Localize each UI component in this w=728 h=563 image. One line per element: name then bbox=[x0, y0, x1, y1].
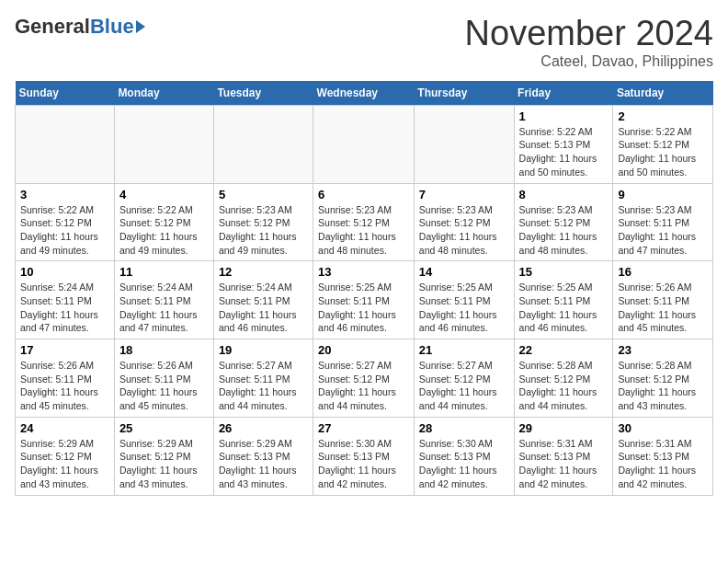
day-info: Sunrise: 5:23 AMSunset: 5:12 PMDaylight:… bbox=[519, 203, 609, 258]
day-number: 17 bbox=[20, 343, 109, 357]
day-cell: 4Sunrise: 5:22 AMSunset: 5:12 PMDaylight… bbox=[114, 183, 213, 261]
day-cell: 20Sunrise: 5:27 AMSunset: 5:12 PMDayligh… bbox=[313, 339, 415, 418]
day-info: Sunrise: 5:23 AMSunset: 5:12 PMDaylight:… bbox=[219, 203, 308, 258]
day-info: Sunrise: 5:27 AMSunset: 5:11 PMDaylight:… bbox=[219, 359, 308, 413]
day-number: 5 bbox=[219, 188, 308, 201]
day-info: Sunrise: 5:25 AMSunset: 5:11 PMDaylight:… bbox=[519, 281, 609, 335]
day-info: Sunrise: 5:22 AMSunset: 5:12 PMDaylight:… bbox=[20, 203, 109, 258]
day-number: 21 bbox=[419, 343, 509, 357]
day-info: Sunrise: 5:24 AMSunset: 5:11 PMDaylight:… bbox=[219, 281, 308, 335]
day-number: 14 bbox=[419, 265, 509, 279]
day-number: 27 bbox=[318, 421, 409, 435]
calendar-table: SundayMondayTuesdayWednesdayThursdayFrid… bbox=[15, 81, 713, 496]
day-number: 1 bbox=[519, 109, 609, 123]
week-row-2: 3Sunrise: 5:22 AMSunset: 5:12 PMDaylight… bbox=[16, 183, 713, 261]
day-number: 26 bbox=[219, 421, 308, 435]
day-cell: 5Sunrise: 5:23 AMSunset: 5:12 PMDaylight… bbox=[213, 183, 313, 261]
day-info: Sunrise: 5:22 AMSunset: 5:13 PMDaylight:… bbox=[519, 125, 609, 179]
day-info: Sunrise: 5:24 AMSunset: 5:11 PMDaylight:… bbox=[20, 281, 109, 335]
day-info: Sunrise: 5:29 AMSunset: 5:13 PMDaylight:… bbox=[219, 437, 308, 491]
day-number: 19 bbox=[219, 343, 308, 357]
week-row-4: 17Sunrise: 5:26 AMSunset: 5:11 PMDayligh… bbox=[16, 339, 713, 418]
day-number: 10 bbox=[20, 265, 109, 279]
day-info: Sunrise: 5:23 AMSunset: 5:12 PMDaylight:… bbox=[318, 203, 409, 258]
day-cell: 25Sunrise: 5:29 AMSunset: 5:12 PMDayligh… bbox=[114, 417, 213, 495]
logo-general-text: General bbox=[15, 15, 90, 39]
day-cell: 2Sunrise: 5:22 AMSunset: 5:12 PMDaylight… bbox=[613, 105, 713, 183]
column-header-tuesday: Tuesday bbox=[213, 81, 313, 106]
day-info: Sunrise: 5:27 AMSunset: 5:12 PMDaylight:… bbox=[318, 359, 409, 413]
day-number: 6 bbox=[318, 188, 409, 201]
day-info: Sunrise: 5:29 AMSunset: 5:12 PMDaylight:… bbox=[20, 437, 109, 491]
column-header-sunday: Sunday bbox=[16, 81, 115, 106]
day-number: 25 bbox=[119, 421, 209, 435]
day-cell: 8Sunrise: 5:23 AMSunset: 5:12 PMDaylight… bbox=[514, 183, 613, 261]
day-cell: 12Sunrise: 5:24 AMSunset: 5:11 PMDayligh… bbox=[213, 261, 313, 339]
day-info: Sunrise: 5:31 AMSunset: 5:13 PMDaylight:… bbox=[519, 437, 609, 491]
day-cell: 30Sunrise: 5:31 AMSunset: 5:13 PMDayligh… bbox=[613, 417, 713, 495]
logo-arrow-icon bbox=[136, 20, 145, 33]
day-number: 29 bbox=[519, 421, 609, 435]
day-number: 11 bbox=[119, 265, 209, 279]
day-number: 15 bbox=[519, 265, 609, 279]
day-info: Sunrise: 5:23 AMSunset: 5:12 PMDaylight:… bbox=[419, 203, 509, 258]
day-info: Sunrise: 5:25 AMSunset: 5:11 PMDaylight:… bbox=[318, 281, 409, 335]
day-info: Sunrise: 5:29 AMSunset: 5:12 PMDaylight:… bbox=[119, 437, 209, 491]
day-cell: 19Sunrise: 5:27 AMSunset: 5:11 PMDayligh… bbox=[213, 339, 313, 418]
logo-blue-text: Blue bbox=[90, 15, 134, 39]
day-cell: 29Sunrise: 5:31 AMSunset: 5:13 PMDayligh… bbox=[514, 417, 613, 495]
day-number: 2 bbox=[618, 109, 708, 123]
day-number: 12 bbox=[219, 265, 308, 279]
day-cell: 28Sunrise: 5:30 AMSunset: 5:13 PMDayligh… bbox=[414, 417, 514, 495]
day-info: Sunrise: 5:28 AMSunset: 5:12 PMDaylight:… bbox=[618, 359, 708, 413]
day-cell: 11Sunrise: 5:24 AMSunset: 5:11 PMDayligh… bbox=[114, 261, 213, 339]
day-cell: 21Sunrise: 5:27 AMSunset: 5:12 PMDayligh… bbox=[414, 339, 514, 418]
column-header-monday: Monday bbox=[114, 81, 213, 106]
column-header-thursday: Thursday bbox=[414, 81, 514, 106]
day-number: 30 bbox=[618, 421, 708, 435]
day-info: Sunrise: 5:24 AMSunset: 5:11 PMDaylight:… bbox=[119, 281, 209, 335]
page-header: General Blue November 2024 Cateel, Davao… bbox=[15, 15, 713, 70]
day-info: Sunrise: 5:28 AMSunset: 5:12 PMDaylight:… bbox=[519, 359, 609, 413]
column-header-saturday: Saturday bbox=[613, 81, 713, 106]
day-info: Sunrise: 5:22 AMSunset: 5:12 PMDaylight:… bbox=[618, 125, 708, 179]
day-cell: 7Sunrise: 5:23 AMSunset: 5:12 PMDaylight… bbox=[414, 183, 514, 261]
day-number: 3 bbox=[20, 188, 109, 201]
column-header-friday: Friday bbox=[514, 81, 613, 106]
week-row-3: 10Sunrise: 5:24 AMSunset: 5:11 PMDayligh… bbox=[16, 261, 713, 339]
day-number: 20 bbox=[318, 343, 409, 357]
day-cell bbox=[213, 105, 313, 183]
day-number: 7 bbox=[419, 188, 509, 201]
header-row: SundayMondayTuesdayWednesdayThursdayFrid… bbox=[16, 81, 713, 106]
logo: General Blue bbox=[15, 15, 145, 39]
day-info: Sunrise: 5:26 AMSunset: 5:11 PMDaylight:… bbox=[618, 281, 708, 335]
month-title: November 2024 bbox=[465, 15, 713, 53]
day-info: Sunrise: 5:26 AMSunset: 5:11 PMDaylight:… bbox=[119, 359, 209, 413]
day-number: 9 bbox=[618, 188, 708, 201]
day-cell: 9Sunrise: 5:23 AMSunset: 5:11 PMDaylight… bbox=[613, 183, 713, 261]
day-cell: 14Sunrise: 5:25 AMSunset: 5:11 PMDayligh… bbox=[414, 261, 514, 339]
column-header-wednesday: Wednesday bbox=[313, 81, 415, 106]
day-cell bbox=[16, 105, 115, 183]
day-cell: 23Sunrise: 5:28 AMSunset: 5:12 PMDayligh… bbox=[613, 339, 713, 418]
day-cell bbox=[313, 105, 415, 183]
day-cell: 18Sunrise: 5:26 AMSunset: 5:11 PMDayligh… bbox=[114, 339, 213, 418]
day-number: 24 bbox=[20, 421, 109, 435]
day-info: Sunrise: 5:23 AMSunset: 5:11 PMDaylight:… bbox=[618, 203, 708, 258]
day-cell: 24Sunrise: 5:29 AMSunset: 5:12 PMDayligh… bbox=[16, 417, 115, 495]
day-number: 16 bbox=[618, 265, 708, 279]
day-cell: 13Sunrise: 5:25 AMSunset: 5:11 PMDayligh… bbox=[313, 261, 415, 339]
day-cell: 27Sunrise: 5:30 AMSunset: 5:13 PMDayligh… bbox=[313, 417, 415, 495]
day-info: Sunrise: 5:25 AMSunset: 5:11 PMDaylight:… bbox=[419, 281, 509, 335]
day-info: Sunrise: 5:30 AMSunset: 5:13 PMDaylight:… bbox=[419, 437, 509, 491]
day-info: Sunrise: 5:26 AMSunset: 5:11 PMDaylight:… bbox=[20, 359, 109, 413]
day-cell: 22Sunrise: 5:28 AMSunset: 5:12 PMDayligh… bbox=[514, 339, 613, 418]
day-cell bbox=[414, 105, 514, 183]
day-cell bbox=[114, 105, 213, 183]
week-row-5: 24Sunrise: 5:29 AMSunset: 5:12 PMDayligh… bbox=[16, 417, 713, 495]
day-cell: 16Sunrise: 5:26 AMSunset: 5:11 PMDayligh… bbox=[613, 261, 713, 339]
day-number: 13 bbox=[318, 265, 409, 279]
day-info: Sunrise: 5:31 AMSunset: 5:13 PMDaylight:… bbox=[618, 437, 708, 491]
day-info: Sunrise: 5:27 AMSunset: 5:12 PMDaylight:… bbox=[419, 359, 509, 413]
day-info: Sunrise: 5:22 AMSunset: 5:12 PMDaylight:… bbox=[119, 203, 209, 258]
